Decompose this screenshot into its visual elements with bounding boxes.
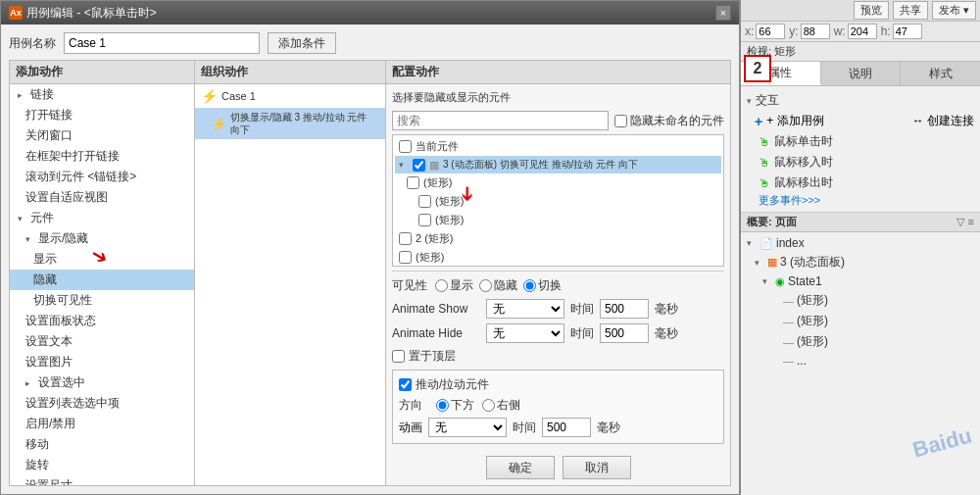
- elem-checkbox[interactable]: [407, 176, 419, 189]
- elem-rect3[interactable]: (矩形): [395, 211, 721, 229]
- tree-item-set-text[interactable]: 设置文本: [10, 331, 194, 352]
- outline-title: 概要: 页面: [747, 215, 797, 229]
- direction-row: 方向 下方 右侧: [399, 397, 717, 414]
- outline-rect1[interactable]: — (矩形): [743, 290, 978, 311]
- w-label: w:: [834, 25, 846, 38]
- radio-right[interactable]: 右侧: [482, 397, 520, 414]
- x-input[interactable]: [756, 24, 785, 39]
- anim-time[interactable]: [542, 418, 591, 437]
- y-input[interactable]: [801, 24, 830, 39]
- radio-show[interactable]: 显示: [435, 277, 473, 294]
- tree-item-adaptive[interactable]: 设置自适应视图: [10, 187, 194, 208]
- more-events-link[interactable]: 更多事件>>>: [747, 193, 974, 208]
- tab-notes[interactable]: 说明: [821, 62, 902, 85]
- elem-rect-alone[interactable]: (矩形): [395, 248, 721, 267]
- h-input[interactable]: [893, 24, 922, 39]
- tree-item-label: 关闭窗口: [25, 127, 73, 144]
- tree-item-element[interactable]: ▾ 元件: [10, 208, 194, 228]
- tree-item-rotate[interactable]: 旋转: [10, 455, 194, 475]
- filter-icon[interactable]: ▽: [956, 216, 964, 228]
- radio-show-input[interactable]: [435, 279, 448, 292]
- radio-toggle-input[interactable]: [523, 279, 536, 292]
- state-icon: ◉: [775, 275, 785, 288]
- elem-2-rect[interactable]: 2 (矩形): [395, 229, 721, 248]
- add-usecase-label[interactable]: + 添加用例: [766, 113, 823, 129]
- event-mouseout[interactable]: 🖱 鼠标移出时: [747, 173, 974, 193]
- animate-hide-select[interactable]: 无: [486, 323, 564, 343]
- tree-item-toggle[interactable]: 切换可见性: [10, 290, 194, 311]
- tree-item-open-in-frame[interactable]: 在框架中打开链接: [10, 146, 194, 167]
- elem-checkbox[interactable]: [418, 214, 431, 226]
- cancel-button[interactable]: 取消: [563, 456, 631, 479]
- tree-item-show-hide[interactable]: ▾ 显示/隐藏: [10, 228, 194, 249]
- share-button[interactable]: 共享: [893, 1, 928, 20]
- elem-checkbox[interactable]: [413, 159, 425, 172]
- hide-unnamed-checkbox[interactable]: [614, 115, 627, 127]
- animate-hide-time[interactable]: [600, 323, 649, 343]
- outline-rect2[interactable]: — (矩形): [743, 311, 978, 331]
- tree-item-enable[interactable]: 启用/禁用: [10, 414, 194, 434]
- elem-checkbox[interactable]: [399, 232, 412, 245]
- publish-button[interactable]: 发布 ▾: [932, 1, 976, 20]
- mouse-icon: 🖱: [759, 135, 770, 149]
- radio-right-input[interactable]: [482, 399, 495, 412]
- pushpull-checkbox[interactable]: [399, 378, 412, 391]
- tree-item-move[interactable]: 移动: [10, 434, 194, 455]
- radio-hide[interactable]: 隐藏: [479, 277, 517, 294]
- radio-down[interactable]: 下方: [436, 397, 474, 414]
- add-icon[interactable]: +: [755, 114, 762, 129]
- tree-item-set-list[interactable]: 设置列表选选中项: [10, 393, 194, 414]
- anim-select[interactable]: 无: [428, 418, 507, 437]
- preview-button[interactable]: 预览: [854, 1, 889, 20]
- radio-down-input[interactable]: [436, 399, 449, 412]
- x-label: x:: [745, 25, 754, 38]
- close-button[interactable]: ×: [715, 5, 731, 21]
- elem-checkbox[interactable]: [418, 195, 431, 208]
- animate-show-row: Animate Show 无 时间 毫秒: [392, 299, 724, 319]
- right-panel: 配置动作 选择要隐藏或显示的元件 隐藏未命名的元件: [386, 60, 731, 486]
- elem-current[interactable]: 当前元件: [395, 137, 721, 156]
- elem-checkbox[interactable]: [399, 251, 412, 264]
- ok-button[interactable]: 确定: [486, 456, 555, 479]
- animate-show-select[interactable]: 无: [486, 299, 564, 319]
- tree-item-close-window[interactable]: 关闭窗口: [10, 125, 194, 146]
- add-condition-button[interactable]: 添加条件: [268, 32, 336, 54]
- radio-toggle[interactable]: 切换: [523, 277, 562, 294]
- w-input[interactable]: [848, 24, 877, 39]
- tree-item-set-image[interactable]: 设置图片: [10, 352, 194, 372]
- create-link-label[interactable]: ↔ 创建连接: [912, 113, 974, 129]
- expand-icon: ▾: [399, 160, 409, 170]
- tree-item-label: 设置尺寸: [25, 477, 73, 485]
- elem-rect1[interactable]: (矩形): [395, 173, 721, 192]
- case-name-input[interactable]: [64, 32, 260, 54]
- pushpull-row[interactable]: 推动/拉动元件: [399, 376, 717, 393]
- outline-state1[interactable]: ▾ ◉ State1: [743, 272, 978, 290]
- top-layer-row[interactable]: 置于顶层: [392, 348, 724, 365]
- tree-item-label: 切换可见性: [33, 292, 92, 309]
- tree-item-set-size[interactable]: 设置尺寸: [10, 475, 194, 485]
- animate-show-time[interactable]: [600, 299, 649, 319]
- elem-rect2[interactable]: (矩形): [395, 192, 721, 211]
- tree-item-link[interactable]: ▸ 链接: [10, 84, 194, 105]
- event-mousein[interactable]: 🖱 鼠标移入时: [747, 152, 974, 173]
- tree-item-scroll[interactable]: 滚动到元件 <锚链接>: [10, 167, 194, 187]
- outline-index[interactable]: ▾ 📄 index: [743, 234, 978, 252]
- sort-icon[interactable]: ≡: [968, 216, 974, 228]
- outline-panel3[interactable]: ▾ ▦ 3 (动态面板): [743, 252, 978, 272]
- outline-rect3[interactable]: — (矩形): [743, 331, 978, 352]
- expand-icon: ▾: [747, 96, 752, 106]
- top-layer-checkbox[interactable]: [392, 350, 405, 363]
- interaction-header: ▾ 交互: [747, 90, 974, 111]
- radio-hide-input[interactable]: [479, 279, 492, 292]
- tab-style[interactable]: 样式: [901, 62, 980, 85]
- elem-3-panel[interactable]: ▾ ▦ 3 (动态面板) 切换可见性 推动/拉动 元件 向下: [395, 156, 721, 173]
- tree-item-hide[interactable]: 隐藏: [10, 270, 194, 290]
- tree-item-set-panel[interactable]: 设置面板状态: [10, 311, 194, 331]
- event-click[interactable]: 🖱 鼠标单击时: [747, 131, 974, 152]
- elem-checkbox[interactable]: [399, 140, 412, 153]
- tree-item-open-link[interactable]: 打开链接: [10, 105, 194, 125]
- search-input[interactable]: [392, 111, 609, 130]
- outline-rect-more[interactable]: — ...: [743, 352, 978, 370]
- tree-item-show[interactable]: 显示: [10, 249, 194, 270]
- tree-item-set-selected[interactable]: ▸ 设置选中: [10, 372, 194, 393]
